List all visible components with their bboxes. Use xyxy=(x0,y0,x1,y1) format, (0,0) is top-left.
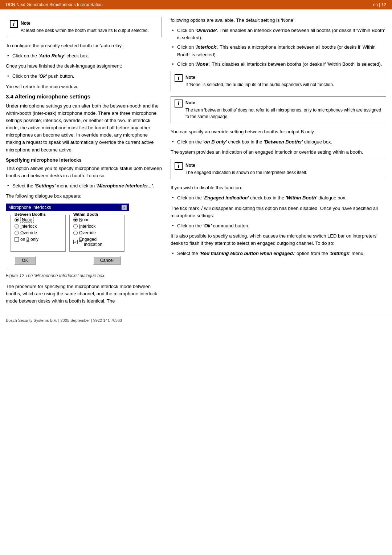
left-column: i Note At least one desk within the boot… xyxy=(6,17,162,308)
dialog-appears-text: The following dialogue box appears: xyxy=(6,193,162,200)
figure-caption: Figure 12 The ‘Microphone Interlocks’ di… xyxy=(6,272,162,279)
between-interlock-label: Interlock xyxy=(20,224,37,229)
within-override-label: Override xyxy=(79,230,96,235)
between-on-b-checkbox[interactable] xyxy=(15,237,19,242)
note-title-2: Note xyxy=(185,74,334,81)
within-engaged-checkbox[interactable]: ✓ xyxy=(73,240,78,244)
note-box-3: i Note The term ‘between booths’ does no… xyxy=(171,96,386,123)
dialog-columns: Between Booths None Interlock xyxy=(11,215,124,252)
dialog-close-button[interactable]: × xyxy=(122,205,127,210)
bullet-list-1: Click on the 'Auto Relay' check box. xyxy=(6,52,162,60)
within-override-radio[interactable] xyxy=(73,231,78,235)
header-title: DCN Next Generation Simultaneous Interpr… xyxy=(6,2,103,7)
bullet-none: Click on 'None'. This disables all inter… xyxy=(171,61,386,68)
section-para-1: Under microphone settings you can alter … xyxy=(6,102,162,154)
within-interlock-radio[interactable] xyxy=(73,224,78,228)
within-override-row[interactable]: Override xyxy=(73,230,121,235)
note-box-2: i Note If ‘None’ is selected, the audio … xyxy=(171,71,386,91)
within-engaged-row[interactable]: ✓ Engaged indication xyxy=(73,237,121,247)
subsection-heading-interlocks: Specifying microphone interlocks xyxy=(6,157,162,163)
within-interlock-row[interactable]: Interlock xyxy=(73,224,121,229)
bullet-engaged-indication: Click on the 'Engaged indication' check … xyxy=(171,194,386,202)
note-icon-4: i xyxy=(175,162,183,170)
between-override-row[interactable]: Override xyxy=(15,230,62,235)
within-none-radio[interactable] xyxy=(73,218,78,222)
between-booths-group: Between Booths None Interlock xyxy=(11,215,66,252)
after-dialog-para: The procedure for specifying the microph… xyxy=(6,283,162,305)
between-none-radio[interactable] xyxy=(15,218,19,222)
header-page: en | 12 xyxy=(373,2,386,7)
bullet-ok-command: Click on the 'Ok' command button. xyxy=(171,222,386,230)
between-on-b-label: on B only xyxy=(20,237,38,242)
within-interlock-label: Interlock xyxy=(79,224,95,229)
note-content-2: Note If ‘None’ is selected, the audio in… xyxy=(185,74,334,88)
bullet-list-3: Select the 'Settings' menu and click on … xyxy=(6,182,162,190)
para-auto-relay-intro: To configure the presently selected boot… xyxy=(6,42,162,49)
between-none-label: None xyxy=(20,217,34,222)
microphone-interlocks-dialog: Microphone Interlocks × Between Booths N… xyxy=(6,203,129,270)
bullet-interlock: Click on 'Interlock'. This enables a mic… xyxy=(171,44,386,58)
bullet-settings-menu: Select the 'Settings' menu and click on … xyxy=(6,182,162,190)
section-heading-3-4: 3.4 Altering microphone settings xyxy=(6,93,162,100)
note-content-3: Note The term ‘between booths’ does not … xyxy=(185,100,382,120)
note-text-4: The engaged indication is shown on the i… xyxy=(185,170,307,175)
page-header: DCN Next Generation Simultaneous Interpr… xyxy=(0,0,392,9)
within-engaged-label: Engaged indication xyxy=(79,237,102,247)
right-bullet-list-1: Click on 'Override'. This enables an int… xyxy=(171,27,386,68)
between-interlock-row[interactable]: Interlock xyxy=(15,224,62,229)
bullet-on-b-only: Click on the 'on B only' check box in th… xyxy=(171,138,386,146)
note-text-3: The term ‘between booths’ does not refer… xyxy=(185,108,381,119)
dialog-body: Between Booths None Interlock xyxy=(6,211,129,270)
dialog-buttons: OK Cancel xyxy=(11,256,124,265)
dialog-ok-button[interactable]: OK xyxy=(14,256,36,265)
para-tick-mark: The tick mark √ will disappear, indicati… xyxy=(171,205,386,219)
note-icon-3: i xyxy=(175,100,183,108)
para-system-indication: The system provides an indication of an … xyxy=(171,149,386,156)
para-disable: If you wish to disable this function: xyxy=(171,184,386,191)
para-led: It is also possible to specify a setting… xyxy=(171,232,386,247)
note-content-4: Note The engaged indication is shown on … xyxy=(185,162,307,176)
main-content: i Note At least one desk within the boot… xyxy=(0,9,392,308)
para-return-main: You will return to the main window. xyxy=(6,83,162,90)
right-bullet-list-4: Click on the 'Ok' command button. xyxy=(171,222,386,230)
footer-text: Bosch Security Systems B.V. | 2005 Septe… xyxy=(6,318,122,323)
dialog-title: Microphone Interlocks xyxy=(8,205,51,210)
dialog-wrapper: Microphone Interlocks × Between Booths N… xyxy=(6,203,162,270)
right-bullet-list-5: Select the 'Red flashing Micro button wh… xyxy=(171,250,386,257)
bullet-auto-relay: Click on the 'Auto Relay' check box. xyxy=(6,52,162,60)
right-column: following options are available. The def… xyxy=(171,17,386,308)
between-interlock-radio[interactable] xyxy=(15,224,19,228)
within-booth-title: Within Booth xyxy=(73,212,99,216)
dialog-titlebar: Microphone Interlocks × xyxy=(6,204,129,211)
within-booth-group: Within Booth None Interlock xyxy=(69,215,124,252)
between-override-radio[interactable] xyxy=(15,231,19,235)
note-text-2: If ‘None’ is selected, the audio inputs … xyxy=(185,82,334,87)
between-override-label: Override xyxy=(20,230,37,235)
note-icon-1: i xyxy=(10,20,18,28)
right-bullet-list-3: Click on the 'Engaged indication' check … xyxy=(171,194,386,202)
bullet-override: Click on 'Override'. This enables an int… xyxy=(171,27,386,41)
note-box-1: i Note At least one desk within the boot… xyxy=(6,17,162,37)
note-title-3: Note xyxy=(185,100,382,106)
bullet-list-2: Click on the 'Ok' push button. xyxy=(6,73,162,80)
within-none-label: None xyxy=(79,217,90,222)
note-text-1: At least one desk within the booth must … xyxy=(21,28,149,33)
note-box-4: i Note The engaged indication is shown o… xyxy=(171,159,386,179)
between-none-row[interactable]: None xyxy=(15,217,62,222)
subsection-para: This option allows you to specify microp… xyxy=(6,165,162,179)
para-finished-assignment: Once you have finished the desk-language… xyxy=(6,62,162,70)
page-footer: Bosch Security Systems B.V. | 2005 Septe… xyxy=(0,315,392,325)
bullet-red-flashing: Select the 'Red flashing Micro button wh… xyxy=(171,250,386,257)
between-booths-title: Between Booths xyxy=(14,212,46,216)
para-override-b: You can specify an override setting betw… xyxy=(171,128,386,135)
note-icon-2: i xyxy=(175,74,183,82)
dialog-cancel-button[interactable]: Cancel xyxy=(93,256,121,265)
note-title-1: Note xyxy=(21,20,149,27)
note-content-1: Note At least one desk within the booth … xyxy=(21,20,149,34)
right-bullet-list-2: Click on the 'on B only' check box in th… xyxy=(171,138,386,146)
bullet-ok-push: Click on the 'Ok' push button. xyxy=(6,73,162,80)
note-title-4: Note xyxy=(185,162,307,169)
right-intro: following options are available. The def… xyxy=(171,17,386,24)
between-on-b-row[interactable]: on B only xyxy=(15,237,62,242)
within-none-row[interactable]: None xyxy=(73,217,121,222)
